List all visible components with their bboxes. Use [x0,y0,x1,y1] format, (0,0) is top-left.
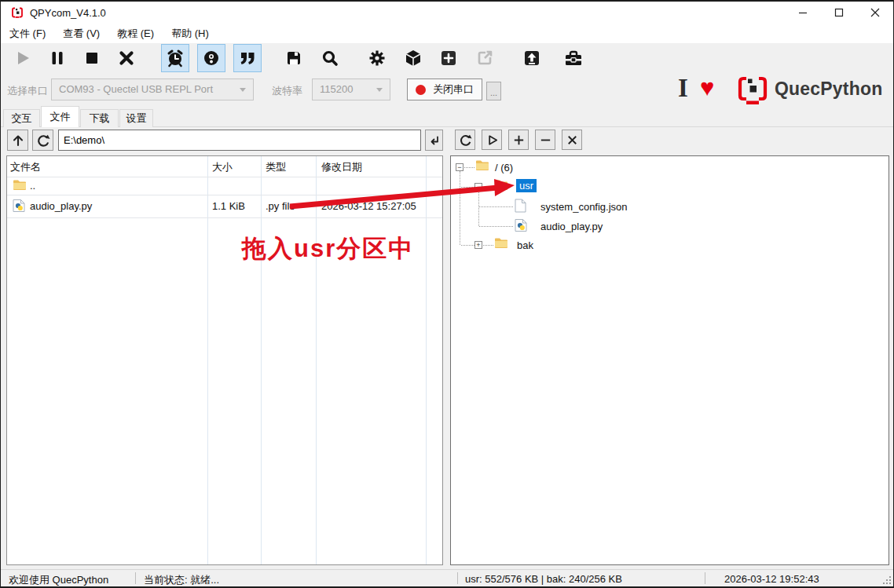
python-file-icon [515,218,528,232]
run-script-button[interactable] [9,44,37,72]
stop-button[interactable] [78,44,106,72]
menu-file[interactable]: 文件 (F) [1,24,54,44]
save-button[interactable] [280,44,308,72]
status-bar: 欢迎使用 QuecPython 当前状态: 就绪... usr: 552/576… [1,569,893,586]
tab-bar: 交互 文件 下载 设置 [1,106,893,127]
minimize-button[interactable] [785,2,821,24]
port-open-status-icon [416,85,426,95]
collapse-icon[interactable] [474,183,482,191]
stop-icon [82,49,101,68]
status-separator [457,572,458,584]
folder-icon [13,179,27,191]
menu-help[interactable]: 帮助 (H) [163,24,218,44]
baud-rate-select[interactable]: 115200 [312,79,390,100]
status-welcome: 欢迎使用 QuecPython [9,573,108,586]
expand-icon[interactable] [474,241,482,249]
local-file-table: 文件名 大小 类型 修改日期 .. audio_pla [6,155,443,565]
export-button[interactable] [471,44,499,72]
add-square-icon [439,49,458,68]
header-divider [7,177,442,177]
column-header-name[interactable]: 文件名 [10,160,41,174]
baud-rate-value: 115200 [320,83,353,95]
x-icon [566,133,579,147]
tab-interact[interactable]: 交互 [3,109,40,127]
device-file-tree: / (6) usr system_config.json [450,155,889,565]
column-header-date[interactable]: 修改日期 [321,160,362,174]
timer-toggle-button[interactable] [161,44,189,72]
export-icon [475,49,494,68]
tab-download[interactable]: 下载 [80,109,119,127]
play-icon [13,49,32,68]
status-datetime: 2026-03-12 19:52:43 [724,573,819,585]
alarm-clock-icon [166,49,185,68]
remove-device-file-button[interactable] [535,130,555,150]
plus-icon [512,133,526,147]
column-header-type[interactable]: 类型 [266,160,286,174]
minus-icon [539,133,552,147]
run-device-file-button[interactable] [482,130,502,150]
row-divider [7,195,442,195]
abort-button[interactable] [112,44,141,72]
close-serial-port-label: 关闭串口 [433,82,474,97]
chevron-down-icon [240,88,246,92]
menu-tutorial[interactable]: 教程 (E) [108,24,163,44]
file-name: .. [30,180,35,192]
row-divider [7,217,442,218]
serial-port-value: COM93 - Quectel USB REPL Port [59,83,213,95]
local-path-input[interactable] [58,130,421,151]
close-icon [870,8,880,17]
firmware-package-button[interactable] [399,44,427,72]
more-options-button[interactable]: ... [486,82,501,100]
file-type: .py file [266,200,295,212]
window-title: QPYcom_V4.1.0 [30,7,106,19]
pause-icon [48,49,67,68]
menu-view[interactable]: 查看 (V) [54,24,108,44]
up-directory-button[interactable] [7,130,28,151]
refresh-local-button[interactable] [32,130,53,151]
delete-device-file-button[interactable] [562,130,582,150]
assistant-toggle-button[interactable] [197,44,225,72]
maximize-button[interactable] [821,2,857,24]
tree-node-label: usr [516,179,537,192]
tab-settings[interactable]: 设置 [119,109,153,127]
file-size: 1.1 KiB [212,200,245,212]
tree-node-bak[interactable]: bak [451,236,889,254]
toolbox-icon [563,49,584,68]
add-button[interactable] [434,44,463,72]
close-window-button[interactable] [857,2,893,24]
collapse-icon[interactable] [456,163,463,171]
quotes-toggle-button[interactable] [233,44,262,72]
status-separator [705,572,705,584]
file-tab-page: 文件名 大小 类型 修改日期 .. audio_pla [1,127,893,571]
enter-arrow-icon [428,134,441,147]
pause-button[interactable] [43,44,71,72]
column-header-size[interactable]: 大小 [212,160,233,174]
search-button[interactable] [316,44,344,72]
status-separator [135,572,136,584]
serial-port-select[interactable]: COM93 - Quectel USB REPL Port [51,79,254,100]
status-state: 当前状态: 就绪... [144,573,219,586]
close-serial-port-button[interactable]: 关闭串口 [407,79,482,100]
tab-file[interactable]: 文件 [41,106,79,127]
headset-agent-icon [202,49,221,68]
brand-i-glyph: I [678,74,688,103]
go-path-button[interactable] [425,130,443,151]
tree-node-root[interactable]: / (6) [451,159,889,176]
tree-node-system-config[interactable]: system_config.json [451,198,889,215]
app-window: QPYcom_V4.1.0 文件 (F) 查看 (V) 教程 (E) 帮助 (H… [1,2,893,586]
package-cube-icon [404,49,423,68]
resize-grip-icon[interactable] [883,576,891,584]
toolbox-button[interactable] [559,44,588,72]
brand-name: QuecPython [775,79,882,100]
search-icon [321,49,339,68]
add-device-file-button[interactable] [508,130,529,150]
tree-node-usr[interactable]: usr [451,178,889,195]
tree-node-audio-play[interactable]: audio_play.py [451,217,889,235]
file-date: 2026-03-12 15:27:05 [321,200,416,212]
refresh-icon [36,133,50,148]
python-file-icon [13,199,26,213]
refresh-device-button[interactable] [455,130,475,150]
refresh-icon [459,133,472,147]
settings-button[interactable] [363,44,391,72]
upload-button[interactable] [518,44,546,72]
